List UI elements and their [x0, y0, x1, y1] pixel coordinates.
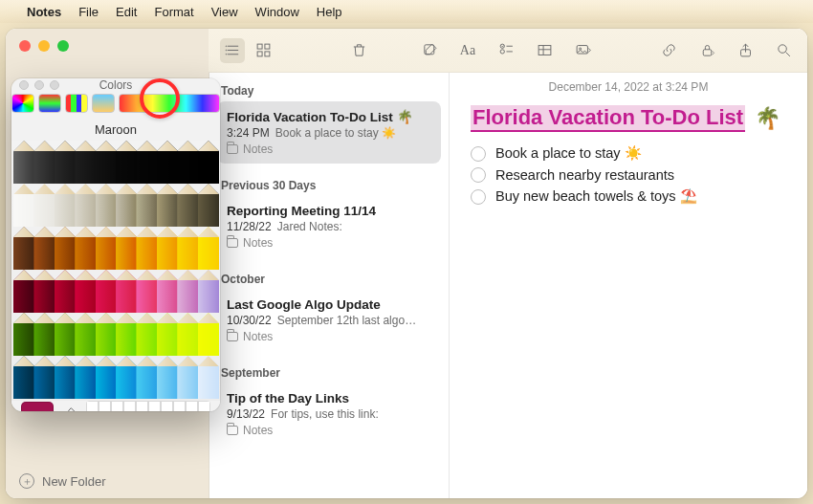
menu-format[interactable]: Format [154, 5, 193, 19]
pencil-color[interactable] [198, 356, 219, 399]
eyedropper-icon[interactable] [61, 405, 78, 411]
font-icon[interactable]: Aa [455, 38, 480, 63]
panel-close-button[interactable] [19, 80, 29, 90]
view-grid-icon[interactable] [251, 38, 275, 63]
pencil-color[interactable] [157, 141, 178, 184]
swatch-cell[interactable] [86, 401, 99, 411]
panel-zoom-button[interactable] [50, 80, 59, 90]
note-title[interactable]: Florida Vacation To-Do List [471, 105, 745, 132]
pencil-color[interactable] [75, 184, 96, 227]
note-list-item[interactable]: Last Google Algo Update 10/30/22Septembe… [217, 290, 441, 351]
pencil-color[interactable] [55, 141, 76, 184]
swatch-cell[interactable] [148, 401, 161, 411]
pencil-color[interactable] [75, 141, 96, 184]
menu-view[interactable]: View [211, 5, 238, 19]
checklist-item[interactable]: Book a place to stay ☀️ [471, 145, 786, 162]
media-icon[interactable] [570, 38, 595, 63]
menu-file[interactable]: File [78, 5, 99, 19]
table-icon[interactable] [532, 38, 557, 63]
image-palettes-tab[interactable] [92, 94, 115, 113]
checklist-item[interactable]: Buy new beach towels & toys ⛱️ [471, 188, 786, 205]
swatch-cell[interactable] [111, 401, 123, 411]
current-color-swatch[interactable] [21, 402, 54, 411]
swatch-cell[interactable] [161, 401, 173, 411]
menu-edit[interactable]: Edit [116, 5, 137, 19]
pencil-color[interactable] [33, 270, 55, 313]
pencil-color[interactable] [33, 227, 55, 270]
pencil-color[interactable] [157, 313, 178, 356]
pencil-color[interactable] [116, 270, 137, 313]
pencil-color[interactable] [55, 270, 76, 313]
pencil-color[interactable] [157, 270, 178, 313]
menu-window[interactable]: Window [255, 5, 299, 19]
pencil-color[interactable] [75, 356, 96, 399]
note-list-item[interactable]: Florida Vacation To-Do List 🌴 3:24 PMBoo… [217, 101, 441, 164]
pencil-color[interactable] [136, 227, 157, 270]
pencil-color[interactable] [96, 141, 117, 184]
pencil-color[interactable] [177, 313, 198, 356]
pencil-color[interactable] [75, 313, 96, 356]
note-list-item[interactable]: Reporting Meeting 11/14 11/28/22Jared No… [217, 196, 441, 257]
pencil-color[interactable] [33, 141, 55, 184]
pencil-color[interactable] [55, 184, 76, 227]
pencil-color[interactable] [116, 356, 137, 399]
share-icon[interactable] [733, 38, 758, 63]
pencil-color[interactable] [96, 227, 117, 270]
note-list-item[interactable]: Tip of the Day Links 9/13/22For tips, us… [217, 383, 441, 445]
pencil-color[interactable] [198, 313, 219, 356]
pencil-color[interactable] [177, 141, 198, 184]
pencil-color[interactable] [136, 356, 157, 399]
pencil-color[interactable] [13, 141, 34, 184]
pencil-color[interactable] [198, 227, 219, 270]
swatch-cell[interactable] [198, 401, 210, 411]
pencil-color[interactable] [136, 141, 157, 184]
search-icon[interactable] [771, 38, 796, 63]
pencil-color[interactable] [13, 184, 34, 227]
pencil-color[interactable] [116, 227, 137, 270]
pencil-color[interactable] [13, 313, 34, 356]
checkbox-icon[interactable] [471, 189, 486, 205]
pencil-color[interactable] [177, 270, 198, 313]
pencil-color[interactable] [136, 270, 157, 313]
view-list-icon[interactable] [220, 38, 245, 63]
swatch-cell[interactable] [99, 401, 111, 411]
close-window-button[interactable] [19, 40, 31, 52]
checkbox-icon[interactable] [471, 167, 486, 183]
menu-help[interactable]: Help [317, 5, 342, 19]
lock-icon[interactable] [694, 38, 719, 63]
checklist-item[interactable]: Research nearby restaurants [471, 167, 786, 183]
link-icon[interactable] [656, 38, 681, 63]
pencil-color[interactable] [177, 227, 198, 270]
checklist-icon[interactable] [494, 38, 518, 63]
swatch-cell[interactable] [186, 401, 198, 411]
panel-minimize-button[interactable] [34, 80, 44, 90]
pencil-color[interactable] [96, 270, 117, 313]
pencil-color[interactable] [198, 270, 219, 313]
color-wheel-tab[interactable] [11, 94, 34, 113]
swatch-cell[interactable] [136, 401, 148, 411]
pencil-color[interactable] [13, 227, 34, 270]
pencil-color[interactable] [75, 270, 96, 313]
pencil-color[interactable] [33, 184, 55, 227]
pencil-color[interactable] [177, 356, 198, 399]
pencil-color[interactable] [13, 270, 34, 313]
swatch-cell[interactable] [123, 401, 136, 411]
pencil-color[interactable] [75, 227, 96, 270]
pencil-color[interactable] [157, 356, 178, 399]
app-menu[interactable]: Notes [27, 5, 61, 19]
pencil-color[interactable] [136, 184, 157, 227]
color-sliders-tab[interactable] [38, 94, 61, 113]
minimize-window-button[interactable] [38, 40, 50, 52]
pencil-color[interactable] [136, 313, 157, 356]
pencil-color[interactable] [157, 184, 178, 227]
pencil-color[interactable] [177, 184, 198, 227]
pencil-color[interactable] [96, 184, 117, 227]
pencil-color[interactable] [198, 184, 219, 227]
pencil-color[interactable] [198, 141, 219, 184]
pencil-color[interactable] [116, 141, 137, 184]
pencil-color[interactable] [55, 313, 76, 356]
pencil-color[interactable] [13, 356, 34, 399]
new-folder-button[interactable]: ＋ New Folder [6, 464, 209, 498]
trash-icon[interactable] [346, 38, 371, 63]
pencil-color[interactable] [157, 227, 178, 270]
